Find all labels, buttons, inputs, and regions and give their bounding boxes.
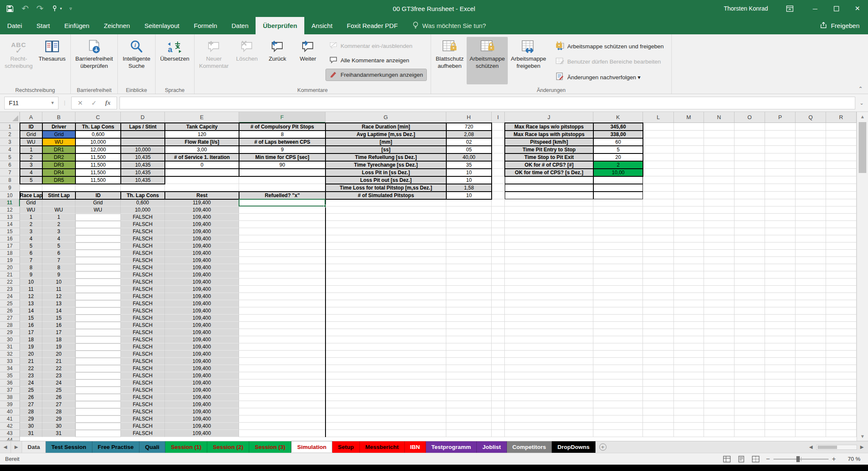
cell-D28[interactable]: FALSCH <box>121 322 165 329</box>
cancel-entry-icon[interactable]: ✕ <box>78 99 83 107</box>
cell-L13[interactable] <box>643 214 674 221</box>
cell-E40[interactable]: 109,400 <box>165 408 239 415</box>
cell-P24[interactable] <box>765 293 796 300</box>
cell-M31[interactable] <box>674 343 704 351</box>
row-header-1[interactable]: 1 <box>0 123 20 131</box>
cell-F19[interactable] <box>239 257 326 264</box>
cell-Q36[interactable] <box>796 379 826 387</box>
cell-L30[interactable] <box>643 336 674 343</box>
cell-J34[interactable] <box>505 365 593 372</box>
cell-R14[interactable] <box>826 221 857 228</box>
cell-B14[interactable]: 2 <box>42 221 75 228</box>
cell-J43[interactable] <box>505 430 593 437</box>
cell-G2[interactable]: Avg Laptime [m,ss Dez.] <box>326 131 446 138</box>
zoom-in-icon[interactable]: + <box>832 455 836 463</box>
cell-B41[interactable]: 29 <box>42 415 75 423</box>
cell-M26[interactable] <box>674 307 704 315</box>
cell-C27[interactable] <box>75 315 121 322</box>
cell-N30[interactable] <box>704 336 734 343</box>
cell-D18[interactable]: FALSCH <box>121 250 165 257</box>
cell-B31[interactable]: 19 <box>42 343 75 351</box>
cell-A8[interactable]: 5 <box>20 176 42 184</box>
cell-I26[interactable] <box>492 307 505 315</box>
cell-P7[interactable] <box>765 169 796 176</box>
cell-E5[interactable]: # of Service 1. Iteration <box>165 153 239 161</box>
cell-N15[interactable] <box>704 228 734 235</box>
cell-J28[interactable] <box>505 322 593 329</box>
cell-D14[interactable]: FALSCH <box>121 221 165 228</box>
cell-E3[interactable]: Flow Rate [l/s] <box>165 138 239 146</box>
cell-P37[interactable] <box>765 387 796 394</box>
cell-K29[interactable] <box>593 329 643 336</box>
cell-G41[interactable] <box>326 415 446 423</box>
cell-O10[interactable] <box>734 192 765 199</box>
cell-B18[interactable]: 6 <box>42 250 75 257</box>
touch-mode-icon[interactable]: ▾ <box>51 5 62 13</box>
row-header-20[interactable]: 20 <box>0 264 20 271</box>
cell-Q28[interactable] <box>796 322 826 329</box>
cell-N5[interactable] <box>704 153 734 161</box>
cell-Q34[interactable] <box>796 365 826 372</box>
cell-D43[interactable]: FALSCH <box>121 430 165 437</box>
cell-L24[interactable] <box>643 293 674 300</box>
cell-L8[interactable] <box>643 176 674 184</box>
cell-G42[interactable] <box>326 423 446 430</box>
cell-C6[interactable]: 11,500 <box>75 161 121 169</box>
cell-O34[interactable] <box>734 365 765 372</box>
cell-E21[interactable]: 109,400 <box>165 271 239 279</box>
cell-N3[interactable] <box>704 138 734 146</box>
cell-M1[interactable] <box>674 123 704 131</box>
cell-J31[interactable] <box>505 343 593 351</box>
cell-J36[interactable] <box>505 379 593 387</box>
sheet-tab-free-practise[interactable]: Free Practise <box>92 441 140 453</box>
cell-M17[interactable] <box>674 242 704 250</box>
cell-G29[interactable] <box>326 329 446 336</box>
cell-R3[interactable] <box>826 138 857 146</box>
cell-O3[interactable] <box>734 138 765 146</box>
cell-O1[interactable] <box>734 123 765 131</box>
cell-H26[interactable] <box>446 307 492 315</box>
cell-I9[interactable] <box>492 184 505 192</box>
cell-Q43[interactable] <box>796 430 826 437</box>
cell-H30[interactable] <box>446 336 492 343</box>
cell-P26[interactable] <box>765 307 796 315</box>
cell-K27[interactable] <box>593 315 643 322</box>
zoom-slider[interactable]: − + <box>766 455 836 463</box>
cell-E29[interactable]: 109,400 <box>165 329 239 336</box>
cell-F22[interactable] <box>239 279 326 286</box>
cell-N4[interactable] <box>704 146 734 153</box>
cell-D10[interactable]: Th. Lap Cons <box>121 192 165 199</box>
cell-M10[interactable] <box>674 192 704 199</box>
cell-O16[interactable] <box>734 235 765 242</box>
cell-C23[interactable] <box>75 286 121 293</box>
cell-C26[interactable] <box>75 307 121 315</box>
cell-G24[interactable] <box>326 293 446 300</box>
sheet-tab-dropdowns[interactable]: DropDowns <box>552 441 595 453</box>
cell-R30[interactable] <box>826 336 857 343</box>
cell-L10[interactable] <box>643 192 674 199</box>
cell-L3[interactable] <box>643 138 674 146</box>
cell-O11[interactable] <box>734 199 765 206</box>
cell-E20[interactable]: 109,400 <box>165 264 239 271</box>
cell-P15[interactable] <box>765 228 796 235</box>
cell-I24[interactable] <box>492 293 505 300</box>
cell-K9[interactable] <box>593 184 643 192</box>
cell-A18[interactable]: 6 <box>20 250 42 257</box>
cell-R6[interactable] <box>826 161 857 169</box>
cell-O14[interactable] <box>734 221 765 228</box>
cell-H25[interactable] <box>446 300 492 307</box>
cell-P5[interactable] <box>765 153 796 161</box>
share-workbook-button[interactable]: Arbeitsmappefreigeben <box>508 37 549 84</box>
cell-G18[interactable] <box>326 250 446 257</box>
cell-L19[interactable] <box>643 257 674 264</box>
cell-C24[interactable] <box>75 293 121 300</box>
cell-D24[interactable]: FALSCH <box>121 293 165 300</box>
minimize-button[interactable]: ─ <box>804 0 826 17</box>
cell-D35[interactable]: FALSCH <box>121 372 165 379</box>
normal-view-icon[interactable] <box>723 455 731 463</box>
cell-Q14[interactable] <box>796 221 826 228</box>
cell-G27[interactable] <box>326 315 446 322</box>
cell-F23[interactable] <box>239 286 326 293</box>
vertical-scrollbar[interactable]: ▲ ▼ <box>857 112 868 441</box>
cell-A19[interactable]: 7 <box>20 257 42 264</box>
